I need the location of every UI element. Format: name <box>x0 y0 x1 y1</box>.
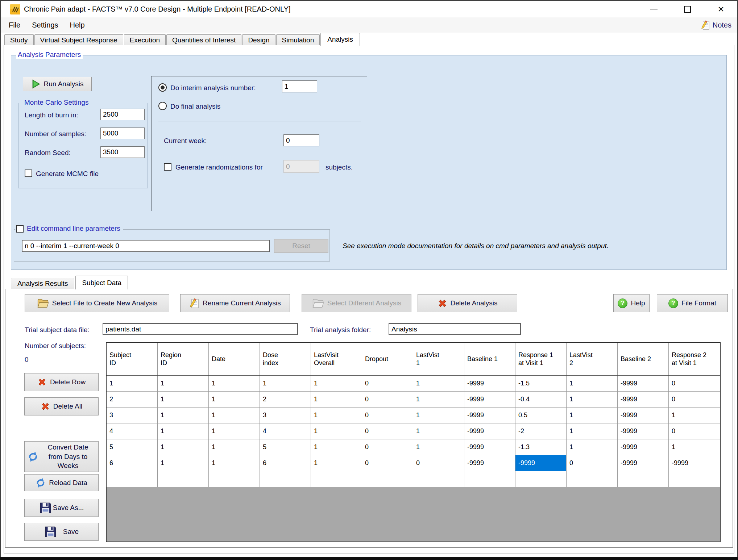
column-header[interactable]: LastVisit Overall <box>311 343 362 375</box>
table-cell[interactable]: -9999 <box>464 408 515 423</box>
save-as-button[interactable]: Save As... <box>24 499 99 517</box>
table-cell[interactable]: 1 <box>209 392 260 408</box>
close-button[interactable]: × <box>710 1 732 17</box>
notes-button[interactable]: Notes <box>701 17 731 33</box>
table-cell[interactable] <box>362 471 413 487</box>
tab-virtual-subject-response[interactable]: Virtual Subject Response <box>34 34 123 45</box>
table-cell[interactable]: 1 <box>311 392 362 408</box>
column-header[interactable]: LastVist 1 <box>413 343 464 375</box>
table-cell[interactable]: -9999 <box>464 376 515 392</box>
column-header[interactable]: Subject ID <box>107 343 158 375</box>
save-button[interactable]: Save <box>24 523 99 541</box>
file-format-button[interactable]: ? File Format <box>657 294 728 312</box>
table-cell[interactable]: 3 <box>260 408 311 423</box>
table-cell[interactable]: 1 <box>413 408 464 423</box>
table-cell[interactable]: 1 <box>567 376 618 392</box>
column-header[interactable]: Response 1 at Visit 1 <box>515 343 567 375</box>
table-cell[interactable]: -2 <box>515 423 567 439</box>
column-header[interactable]: Dose index <box>260 343 311 375</box>
table-cell[interactable] <box>515 471 567 487</box>
table-cell[interactable]: 0 <box>413 455 464 471</box>
table-cell[interactable]: 1 <box>209 376 260 392</box>
table-cell[interactable]: -9999 <box>618 408 669 423</box>
table-cell[interactable] <box>209 471 260 487</box>
column-header[interactable]: Date <box>209 343 260 375</box>
column-header[interactable]: Baseline 1 <box>464 343 515 375</box>
table-cell[interactable]: 1 <box>311 408 362 423</box>
table-cell[interactable]: 2 <box>107 392 158 408</box>
table-cell[interactable]: 5 <box>260 439 311 455</box>
table-cell[interactable]: -9999 <box>464 439 515 455</box>
generate-mcmc-checkbox[interactable] <box>25 170 32 177</box>
table-cell[interactable]: 1 <box>413 392 464 408</box>
table-cell[interactable]: 0 <box>669 376 720 392</box>
edit-cmd-checkbox[interactable] <box>16 225 24 233</box>
delete-row-button[interactable]: Delete Row <box>24 373 99 391</box>
table-cell[interactable]: 6 <box>107 455 158 471</box>
burn-in-input[interactable] <box>100 109 145 120</box>
tab-analysis-results[interactable]: Analysis Results <box>11 278 74 289</box>
tab-execution[interactable]: Execution <box>124 34 166 45</box>
cmd-line-input[interactable] <box>22 240 270 252</box>
table-cell[interactable] <box>107 471 158 487</box>
table-cell[interactable] <box>311 471 362 487</box>
table-cell[interactable]: 0 <box>362 376 413 392</box>
menu-item-help[interactable]: Help <box>64 17 91 33</box>
table-cell[interactable]: 0 <box>362 408 413 423</box>
table-cell[interactable] <box>618 471 669 487</box>
table-cell[interactable]: 1 <box>413 423 464 439</box>
tab-analysis[interactable]: Analysis <box>320 33 360 46</box>
table-cell[interactable]: 0 <box>362 455 413 471</box>
table-cell[interactable]: -0.4 <box>515 392 567 408</box>
table-cell[interactable]: 1 <box>209 455 260 471</box>
table-cell[interactable] <box>567 471 618 487</box>
table-cell[interactable]: 1 <box>311 376 362 392</box>
samples-input[interactable] <box>100 128 145 139</box>
table-cell[interactable]: 1 <box>567 392 618 408</box>
table-cell[interactable]: 1 <box>413 376 464 392</box>
table-cell[interactable]: -9999 <box>618 455 669 471</box>
table-cell[interactable]: 1 <box>311 439 362 455</box>
column-header[interactable]: Baseline 2 <box>618 343 669 375</box>
select-file-create-analysis-button[interactable]: Select File to Create New Analysis <box>25 294 169 312</box>
do-final-radio[interactable] <box>158 102 167 110</box>
current-week-input[interactable] <box>283 134 319 146</box>
table-cell[interactable]: 2 <box>260 392 311 408</box>
table-cell[interactable]: 3 <box>107 408 158 423</box>
table-cell[interactable]: 1 <box>158 376 209 392</box>
tab-subject-data[interactable]: Subject Data <box>75 276 128 289</box>
table-cell[interactable]: 4 <box>107 423 158 439</box>
table-cell[interactable]: 0 <box>669 423 720 439</box>
table-cell[interactable]: 1 <box>311 423 362 439</box>
table-cell[interactable]: 5 <box>107 439 158 455</box>
table-cell[interactable]: 1 <box>209 423 260 439</box>
column-header[interactable]: Dropout <box>362 343 413 375</box>
run-analysis-button[interactable]: Run Analysis <box>23 77 92 91</box>
table-cell[interactable]: -9999 <box>618 392 669 408</box>
table-cell[interactable]: 1 <box>158 408 209 423</box>
reload-data-button[interactable]: Reload Data <box>24 474 99 491</box>
table-cell[interactable]: 4 <box>260 423 311 439</box>
generate-randomizations-checkbox[interactable] <box>164 163 171 171</box>
table-cell[interactable]: 1 <box>209 439 260 455</box>
table-cell[interactable]: 6 <box>260 455 311 471</box>
table-cell[interactable] <box>158 471 209 487</box>
table-cell[interactable]: -9999 <box>618 439 669 455</box>
menu-item-file[interactable]: File <box>3 17 26 33</box>
table-cell[interactable] <box>260 471 311 487</box>
do-interim-radio[interactable] <box>158 83 167 92</box>
table-cell[interactable]: 1 <box>158 423 209 439</box>
interim-number-input[interactable] <box>282 80 317 92</box>
table-cell[interactable]: 1 <box>669 439 720 455</box>
table-cell[interactable]: 0 <box>669 392 720 408</box>
table-cell[interactable]: 1 <box>567 439 618 455</box>
menu-item-settings[interactable]: Settings <box>26 17 64 33</box>
table-cell[interactable]: 1 <box>413 439 464 455</box>
tab-design[interactable]: Design <box>242 34 275 45</box>
table-cell[interactable]: 0 <box>362 439 413 455</box>
table-cell[interactable]: 0 <box>362 423 413 439</box>
table-cell[interactable]: 1 <box>158 455 209 471</box>
table-cell[interactable]: 1 <box>209 408 260 423</box>
tab-simulation[interactable]: Simulation <box>276 34 320 45</box>
maximize-button[interactable] <box>676 1 698 17</box>
